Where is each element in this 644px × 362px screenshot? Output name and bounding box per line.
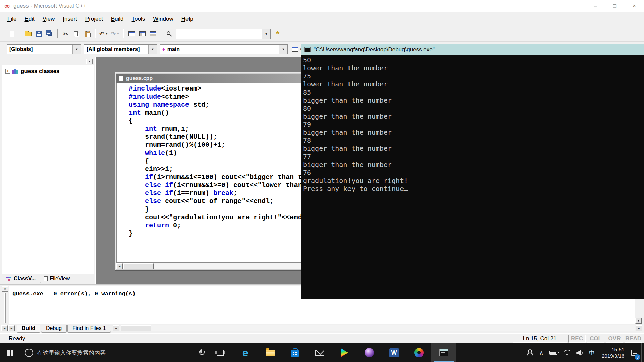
paste-icon: [85, 31, 90, 37]
output-hscroll-right-button[interactable]: ►: [636, 325, 642, 331]
cursor-position: Ln 15, Col 21: [513, 335, 567, 343]
start-button[interactable]: [0, 343, 20, 362]
taskbar-clock[interactable]: 15:51 2019/3/16: [598, 343, 628, 362]
toolbar-grip[interactable]: [3, 29, 4, 39]
tab-classview[interactable]: ClassV...: [3, 274, 39, 283]
output-hscroll-track[interactable]: [120, 325, 635, 331]
toolbar-standard: ✂↶▼↷▼▼*: [0, 26, 644, 42]
show-desktop-button[interactable]: [641, 343, 644, 362]
toolbar-button-find-in-files[interactable]: [164, 29, 174, 39]
dropdown-arrow-icon[interactable]: ▼: [72, 45, 81, 54]
workspace-pane-icon: [128, 31, 135, 36]
function-combo[interactable]: ♦ main ▼: [160, 44, 288, 54]
output-close-button[interactable]: ×: [2, 286, 8, 292]
tab-scroll-right-button[interactable]: ►: [8, 325, 15, 331]
toolbar-button-undo[interactable]: ↶▼: [98, 29, 109, 39]
toolbar-button-copy[interactable]: [71, 29, 82, 39]
dropdown-arrow-icon[interactable]: ▼: [117, 32, 119, 35]
members-combo[interactable]: [All global members] ▼: [84, 44, 157, 54]
console-line: gradulation!you are right!: [303, 177, 642, 185]
editor-hscroll-thumb[interactable]: [123, 263, 154, 269]
menu-item-insert[interactable]: Insert: [59, 13, 81, 25]
ime-indicator[interactable]: 中: [586, 343, 598, 362]
toolbar-search-combo[interactable]: ▼: [176, 29, 271, 39]
menu-item-view[interactable]: View: [39, 13, 59, 25]
maximize-button[interactable]: □: [605, 0, 625, 12]
taskbar-app-edge[interactable]: e: [233, 343, 258, 362]
output-tab-debug[interactable]: Debug: [41, 325, 67, 333]
close-button[interactable]: ×: [625, 0, 644, 12]
tree-expand-icon[interactable]: +: [5, 69, 10, 74]
console-line: Press any key to continue: [303, 185, 642, 193]
output-hscroll-thumb[interactable]: [121, 325, 151, 331]
toolbar-button-paste[interactable]: [82, 29, 92, 39]
menu-item-tools[interactable]: Tools: [128, 13, 149, 25]
action-center-button[interactable]: 3: [628, 343, 641, 362]
taskbar-app-paint[interactable]: [407, 343, 431, 362]
app-logo-icon: ∞: [4, 2, 10, 10]
dropdown-arrow-icon[interactable]: ▼: [279, 45, 287, 54]
build-log-line: guess.exe - 0 error(s), 0 warning(s): [12, 291, 136, 297]
menu-item-edit[interactable]: Edit: [20, 13, 38, 25]
members-combo-value: [All global members]: [84, 46, 148, 52]
scope-combo[interactable]: [Globals] ▼: [7, 44, 81, 54]
output-hscroll-left-button[interactable]: ◄: [113, 325, 119, 331]
menu-item-window[interactable]: Window: [149, 13, 177, 25]
taskbar-search[interactable]: 在这里输入你要搜索的内容: [20, 343, 208, 362]
scroll-down-button[interactable]: ▼: [635, 318, 642, 324]
output-tab-find-in-files-1[interactable]: Find in Files 1: [67, 325, 111, 333]
toolbar-button-workspace-pane[interactable]: [126, 29, 137, 39]
toolbar-button-save-all[interactable]: [45, 29, 55, 39]
taskbar-app-mail[interactable]: [307, 343, 332, 362]
toolbar-button-search-tool[interactable]: *: [273, 29, 283, 39]
taskbar-app-file-explorer[interactable]: [258, 343, 282, 362]
tray-network[interactable]: [560, 343, 573, 362]
toolbar-button-window-list[interactable]: [148, 29, 158, 39]
status-indicators: RECCOLOVRREAD: [568, 335, 642, 343]
scroll-left-button[interactable]: ◄: [116, 263, 123, 269]
menu-item-build[interactable]: Build: [107, 13, 128, 25]
dropdown-arrow-icon[interactable]: ▼: [148, 45, 157, 54]
dropdown-arrow-icon[interactable]: ▼: [262, 29, 270, 39]
tray-people[interactable]: [523, 343, 536, 362]
dropdown-arrow-icon[interactable]: ▼: [105, 32, 108, 35]
tab-scroll-left-button[interactable]: ◄: [1, 325, 8, 331]
taskbar-app-media-orb[interactable]: [357, 343, 382, 362]
console-title-bar[interactable]: "C:\Users\wangfang\Desktop\Debug\guess.e…: [301, 44, 644, 55]
minimize-button[interactable]: –: [586, 0, 605, 12]
toolbar-button-save[interactable]: [34, 29, 44, 39]
windows-logo-icon: [7, 350, 13, 356]
taskbar-app-play[interactable]: [332, 343, 357, 362]
taskbar-app-task-view[interactable]: [208, 343, 233, 362]
network-icon: [564, 350, 570, 355]
media-orb-icon: [365, 348, 374, 357]
console-body[interactable]: 50lower than the number75lower than the …: [301, 55, 644, 299]
toolbar-button-redo[interactable]: ↷▼: [110, 29, 120, 39]
title-bar: ∞ guess - Microsoft Visual C++ – □ ×: [0, 0, 644, 12]
output-tab-build[interactable]: Build: [17, 325, 40, 333]
menu-item-file[interactable]: File: [3, 13, 20, 25]
toolbar-button-output-pane[interactable]: [137, 29, 147, 39]
toolbar-button-open[interactable]: [23, 29, 33, 39]
taskbar-app-store[interactable]: [282, 343, 307, 362]
mic-icon[interactable]: [199, 349, 203, 356]
toolbar-button-cut[interactable]: ✂: [61, 29, 71, 39]
workspace-close-button[interactable]: ×: [86, 59, 93, 64]
tray-speaker[interactable]: [573, 343, 586, 362]
toolbar-separator: [57, 29, 58, 38]
menu-item-project[interactable]: Project: [81, 13, 107, 25]
taskbar-app-word[interactable]: W: [382, 343, 407, 362]
output-grip[interactable]: [4, 293, 6, 323]
save-all-icon: [46, 30, 51, 35]
tab-fileview[interactable]: FileView: [40, 274, 73, 283]
toolbar-grip[interactable]: [3, 45, 4, 54]
tree-item-guess-classes[interactable]: + guess classes: [2, 65, 93, 75]
workspace-dock-button[interactable]: –: [79, 59, 85, 64]
taskbar-app-console-app[interactable]: [431, 343, 456, 362]
tab-label: ClassV...: [14, 276, 36, 282]
menu-bar: FileEditViewInsertProjectBuildToolsWindo…: [0, 12, 644, 26]
tray-chevron-up[interactable]: ∧: [536, 343, 546, 362]
tray-battery[interactable]: [546, 343, 560, 362]
menu-item-help[interactable]: Help: [177, 13, 197, 25]
toolbar-button-new-text-file[interactable]: [7, 29, 17, 39]
